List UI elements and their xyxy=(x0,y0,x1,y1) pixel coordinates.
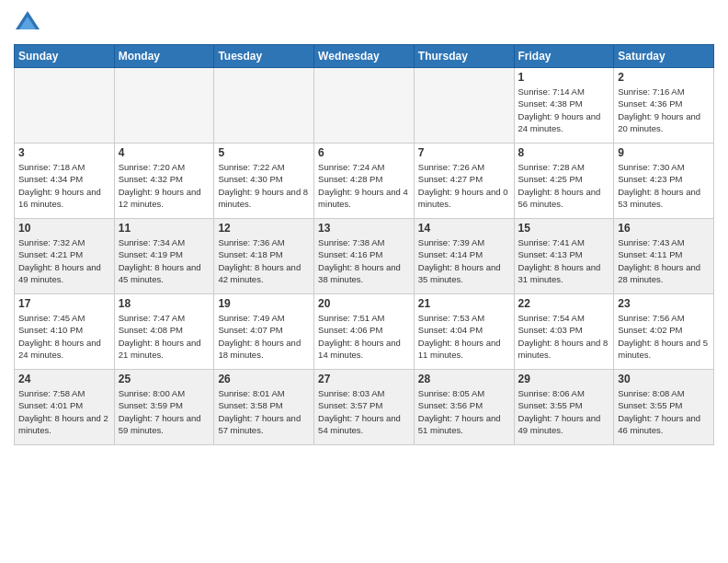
calendar-week-row: 17Sunrise: 7:45 AM Sunset: 4:10 PM Dayli… xyxy=(15,294,714,370)
calendar-cell: 27Sunrise: 8:03 AM Sunset: 3:57 PM Dayli… xyxy=(314,370,415,445)
day-number: 4 xyxy=(119,146,210,159)
day-info: Sunrise: 7:36 AM Sunset: 4:18 PM Dayligh… xyxy=(218,236,310,285)
day-number: 7 xyxy=(418,146,510,159)
calendar-cell: 7Sunrise: 7:26 AM Sunset: 4:27 PM Daylig… xyxy=(414,144,514,219)
calendar-cell xyxy=(214,68,314,144)
day-info: Sunrise: 7:41 AM Sunset: 4:13 PM Dayligh… xyxy=(518,236,610,285)
calendar-header-wednesday: Wednesday xyxy=(314,45,415,68)
calendar-cell: 11Sunrise: 7:34 AM Sunset: 4:19 PM Dayli… xyxy=(114,219,214,294)
day-info: Sunrise: 7:53 AM Sunset: 4:04 PM Dayligh… xyxy=(418,312,510,361)
day-number: 30 xyxy=(618,373,710,385)
day-info: Sunrise: 8:01 AM Sunset: 3:58 PM Dayligh… xyxy=(218,387,310,436)
calendar-week-row: 1Sunrise: 7:14 AM Sunset: 4:38 PM Daylig… xyxy=(15,68,714,144)
day-info: Sunrise: 7:22 AM Sunset: 4:30 PM Dayligh… xyxy=(218,161,310,210)
day-info: Sunrise: 8:00 AM Sunset: 3:59 PM Dayligh… xyxy=(119,387,210,436)
day-info: Sunrise: 7:18 AM Sunset: 4:34 PM Dayligh… xyxy=(18,161,110,210)
calendar-header-sunday: Sunday xyxy=(15,45,115,68)
calendar-cell: 20Sunrise: 7:51 AM Sunset: 4:06 PM Dayli… xyxy=(314,294,415,370)
day-number: 14 xyxy=(418,222,510,235)
calendar-cell: 2Sunrise: 7:16 AM Sunset: 4:36 PM Daylig… xyxy=(614,68,714,144)
day-number: 12 xyxy=(218,222,310,235)
day-number: 3 xyxy=(18,146,110,159)
day-info: Sunrise: 7:38 AM Sunset: 4:16 PM Dayligh… xyxy=(318,236,410,285)
calendar-cell: 25Sunrise: 8:00 AM Sunset: 3:59 PM Dayli… xyxy=(114,370,214,445)
day-number: 2 xyxy=(618,71,710,84)
calendar-week-row: 10Sunrise: 7:32 AM Sunset: 4:21 PM Dayli… xyxy=(15,219,714,294)
day-info: Sunrise: 7:20 AM Sunset: 4:32 PM Dayligh… xyxy=(119,161,210,210)
day-number: 26 xyxy=(218,373,310,385)
calendar-cell: 22Sunrise: 7:54 AM Sunset: 4:03 PM Dayli… xyxy=(514,294,614,370)
day-info: Sunrise: 7:47 AM Sunset: 4:08 PM Dayligh… xyxy=(119,312,210,361)
day-info: Sunrise: 7:51 AM Sunset: 4:06 PM Dayligh… xyxy=(318,312,410,361)
day-info: Sunrise: 7:34 AM Sunset: 4:19 PM Dayligh… xyxy=(119,236,210,285)
day-number: 24 xyxy=(18,373,110,385)
calendar-cell: 1Sunrise: 7:14 AM Sunset: 4:38 PM Daylig… xyxy=(514,68,614,144)
logo-icon xyxy=(14,9,41,37)
calendar-header-friday: Friday xyxy=(514,45,614,68)
day-info: Sunrise: 8:08 AM Sunset: 3:55 PM Dayligh… xyxy=(618,387,710,436)
day-number: 18 xyxy=(119,297,210,310)
day-number: 29 xyxy=(518,373,610,385)
calendar-cell: 4Sunrise: 7:20 AM Sunset: 4:32 PM Daylig… xyxy=(114,144,214,219)
calendar-cell: 13Sunrise: 7:38 AM Sunset: 4:16 PM Dayli… xyxy=(314,219,415,294)
day-info: Sunrise: 7:56 AM Sunset: 4:02 PM Dayligh… xyxy=(618,312,710,361)
calendar-cell xyxy=(15,68,115,144)
day-number: 25 xyxy=(119,373,210,385)
page: SundayMondayTuesdayWednesdayThursdayFrid… xyxy=(0,0,728,563)
day-info: Sunrise: 7:28 AM Sunset: 4:25 PM Dayligh… xyxy=(518,161,610,210)
calendar-cell: 15Sunrise: 7:41 AM Sunset: 4:13 PM Dayli… xyxy=(514,219,614,294)
calendar-cell: 23Sunrise: 7:56 AM Sunset: 4:02 PM Dayli… xyxy=(614,294,714,370)
day-number: 28 xyxy=(418,373,510,385)
day-info: Sunrise: 7:54 AM Sunset: 4:03 PM Dayligh… xyxy=(518,312,610,361)
day-number: 10 xyxy=(18,222,110,235)
calendar-cell: 30Sunrise: 8:08 AM Sunset: 3:55 PM Dayli… xyxy=(614,370,714,445)
calendar-cell: 24Sunrise: 7:58 AM Sunset: 4:01 PM Dayli… xyxy=(15,370,115,445)
day-number: 20 xyxy=(318,297,410,310)
calendar-cell: 6Sunrise: 7:24 AM Sunset: 4:28 PM Daylig… xyxy=(314,144,415,219)
calendar-cell: 17Sunrise: 7:45 AM Sunset: 4:10 PM Dayli… xyxy=(15,294,115,370)
calendar-week-row: 3Sunrise: 7:18 AM Sunset: 4:34 PM Daylig… xyxy=(15,144,714,219)
day-info: Sunrise: 7:45 AM Sunset: 4:10 PM Dayligh… xyxy=(18,312,110,361)
day-info: Sunrise: 7:49 AM Sunset: 4:07 PM Dayligh… xyxy=(218,312,310,361)
calendar-cell: 29Sunrise: 8:06 AM Sunset: 3:55 PM Dayli… xyxy=(514,370,614,445)
day-number: 19 xyxy=(218,297,310,310)
day-number: 8 xyxy=(518,146,610,159)
day-number: 16 xyxy=(618,222,710,235)
day-number: 11 xyxy=(119,222,210,235)
header xyxy=(14,9,714,37)
day-info: Sunrise: 7:32 AM Sunset: 4:21 PM Dayligh… xyxy=(18,236,110,285)
calendar-cell: 18Sunrise: 7:47 AM Sunset: 4:08 PM Dayli… xyxy=(114,294,214,370)
day-number: 27 xyxy=(318,373,410,385)
day-number: 17 xyxy=(18,297,110,310)
day-info: Sunrise: 7:30 AM Sunset: 4:23 PM Dayligh… xyxy=(618,161,710,210)
calendar-cell: 19Sunrise: 7:49 AM Sunset: 4:07 PM Dayli… xyxy=(214,294,314,370)
day-info: Sunrise: 7:14 AM Sunset: 4:38 PM Dayligh… xyxy=(518,86,610,134)
calendar-cell: 12Sunrise: 7:36 AM Sunset: 4:18 PM Dayli… xyxy=(214,219,314,294)
calendar-cell: 21Sunrise: 7:53 AM Sunset: 4:04 PM Dayli… xyxy=(414,294,514,370)
day-number: 5 xyxy=(218,146,310,159)
calendar-cell xyxy=(314,68,415,144)
calendar-table: SundayMondayTuesdayWednesdayThursdayFrid… xyxy=(14,44,714,445)
day-info: Sunrise: 7:43 AM Sunset: 4:11 PM Dayligh… xyxy=(618,236,710,285)
calendar-cell: 14Sunrise: 7:39 AM Sunset: 4:14 PM Dayli… xyxy=(414,219,514,294)
day-info: Sunrise: 7:58 AM Sunset: 4:01 PM Dayligh… xyxy=(18,387,110,436)
calendar-cell xyxy=(414,68,514,144)
day-number: 22 xyxy=(518,297,610,310)
day-info: Sunrise: 8:06 AM Sunset: 3:55 PM Dayligh… xyxy=(518,387,610,436)
day-info: Sunrise: 7:26 AM Sunset: 4:27 PM Dayligh… xyxy=(418,161,510,210)
day-number: 6 xyxy=(318,146,410,159)
day-info: Sunrise: 7:16 AM Sunset: 4:36 PM Dayligh… xyxy=(618,86,710,134)
calendar-header-row: SundayMondayTuesdayWednesdayThursdayFrid… xyxy=(15,45,714,68)
day-number: 21 xyxy=(418,297,510,310)
calendar-cell: 10Sunrise: 7:32 AM Sunset: 4:21 PM Dayli… xyxy=(15,219,115,294)
day-number: 1 xyxy=(518,71,610,84)
calendar-header-thursday: Thursday xyxy=(414,45,514,68)
calendar-header-tuesday: Tuesday xyxy=(214,45,314,68)
day-number: 15 xyxy=(518,222,610,235)
day-number: 23 xyxy=(618,297,710,310)
logo xyxy=(14,9,45,37)
calendar-header-saturday: Saturday xyxy=(614,45,714,68)
day-number: 13 xyxy=(318,222,410,235)
calendar-cell: 26Sunrise: 8:01 AM Sunset: 3:58 PM Dayli… xyxy=(214,370,314,445)
calendar-cell: 9Sunrise: 7:30 AM Sunset: 4:23 PM Daylig… xyxy=(614,144,714,219)
